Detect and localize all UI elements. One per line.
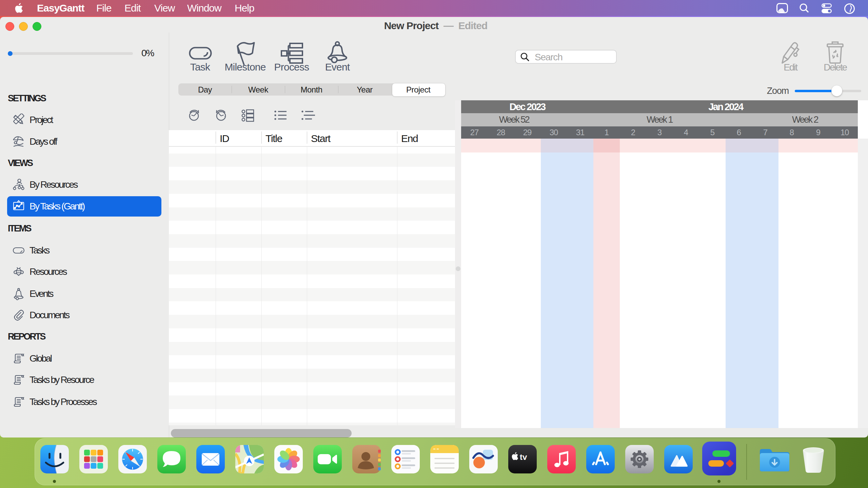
svg-text:tv: tv: [520, 452, 527, 462]
